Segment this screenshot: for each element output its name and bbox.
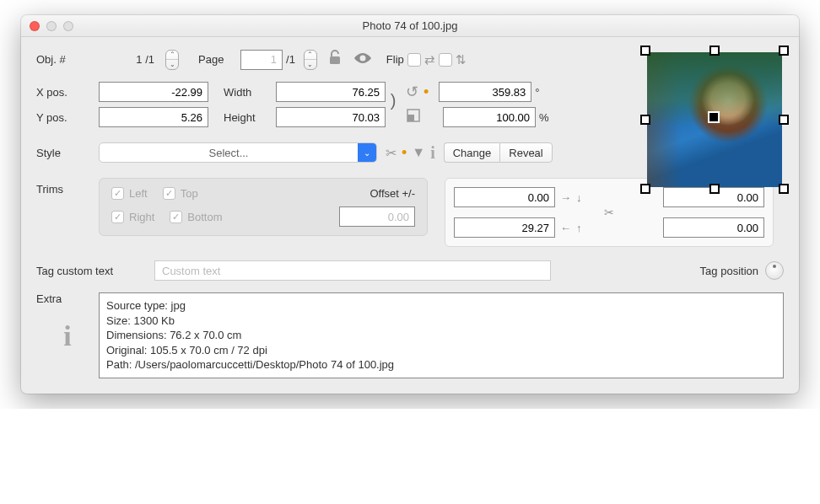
unlock-icon[interactable]: [327, 49, 343, 70]
page-input[interactable]: [240, 50, 283, 70]
arrow-up-icon: ↑: [576, 222, 582, 234]
width-input[interactable]: [276, 82, 386, 102]
handle-bl[interactable]: [640, 184, 650, 194]
crop-scissors-icon: ✂: [454, 209, 764, 216]
page-sep: /1: [283, 53, 299, 66]
handle-center[interactable]: [708, 111, 720, 123]
rotation-unit: °: [535, 86, 539, 99]
change-button[interactable]: Change: [444, 142, 500, 163]
chevron-down-icon: ⌄: [358, 143, 376, 162]
crop-bl-input[interactable]: [454, 217, 555, 238]
handle-bm[interactable]: [709, 184, 720, 194]
trim-right-checkbox[interactable]: ✓: [111, 211, 124, 223]
handle-br[interactable]: [779, 184, 789, 194]
flip-v-checkbox[interactable]: [439, 53, 452, 67]
link-brace: ): [386, 91, 401, 110]
extra-line1: Source type: jpg: [106, 298, 776, 314]
scissors-icon[interactable]: ✂: [386, 145, 397, 161]
ypos-input[interactable]: [99, 107, 208, 127]
extra-line5: Path: /Users/paolomarcuccetti/Desktop/Ph…: [106, 357, 776, 373]
trim-top-checkbox[interactable]: ✓: [163, 187, 175, 200]
extra-label: Extra: [36, 292, 99, 305]
image-preview[interactable]: [639, 44, 790, 196]
arrow-down-icon: ↓: [576, 191, 582, 204]
tag-custom-label: Tag custom text: [36, 265, 154, 277]
xpos-input[interactable]: [99, 82, 208, 102]
triangle-down-icon[interactable]: ▼: [412, 145, 425, 160]
trim-right-label: Right: [129, 211, 154, 223]
scale-input[interactable]: [443, 107, 536, 127]
flip-h-icon: ⇄: [424, 52, 435, 67]
tag-position-dial[interactable]: [765, 261, 784, 280]
handle-tr[interactable]: [779, 46, 789, 56]
style-placeholder: Select...: [100, 147, 358, 159]
trim-bottom-label: Bottom: [187, 211, 222, 223]
handle-tm[interactable]: [709, 46, 720, 56]
extra-line2: Size: 1300 Kb: [106, 314, 776, 329]
info-icon[interactable]: i: [430, 143, 435, 163]
svg-rect-0: [330, 56, 340, 64]
extra-line4: Original: 105.5 x 70.0 cm / 72 dpi: [106, 343, 776, 358]
window-title: Photo 74 of 100.jpg: [21, 19, 799, 32]
trims-panel: ✓Left ✓Top Offset +/- ✓Right ✓Bottom: [99, 178, 428, 236]
scale-unit: %: [539, 111, 549, 124]
arrow-right-icon: →: [560, 191, 571, 204]
svg-rect-2: [407, 115, 414, 121]
flip-v-icon: ⇅: [456, 52, 467, 67]
flip-h-checkbox[interactable]: [407, 53, 421, 67]
xpos-label: X pos.: [36, 86, 99, 99]
page-label: Page: [198, 53, 240, 66]
obj-current: 1 /1: [99, 53, 158, 66]
height-label: Height: [224, 111, 276, 124]
obj-label: Obj. #: [36, 53, 99, 66]
handle-mr[interactable]: [779, 115, 789, 125]
page-stepper[interactable]: ⌃⌄: [304, 50, 317, 70]
crop-tl-input[interactable]: [454, 187, 555, 207]
style-label: Style: [36, 147, 99, 159]
eye-icon[interactable]: [353, 50, 373, 69]
flip-label: Flip: [386, 53, 404, 66]
trim-top-label: Top: [181, 187, 198, 200]
tag-position-label: Tag position: [700, 265, 758, 277]
ypos-label: Y pos.: [36, 111, 99, 124]
trims-label: Trims: [36, 178, 99, 196]
handle-ml[interactable]: [640, 115, 650, 125]
trim-bottom-checkbox[interactable]: ✓: [170, 211, 182, 223]
height-input[interactable]: [276, 107, 386, 127]
reveal-button[interactable]: Reveal: [499, 142, 552, 163]
extra-line3: Dimensions: 76.2 x 70.0 cm: [106, 328, 776, 343]
rotation-input[interactable]: [439, 82, 531, 102]
width-label: Width: [224, 86, 276, 99]
titlebar[interactable]: Photo 74 of 100.jpg: [21, 15, 799, 37]
rotate-icon[interactable]: ↺: [406, 83, 418, 101]
style-select[interactable]: Select... ⌄: [99, 142, 377, 163]
obj-stepper[interactable]: ⌃⌄: [165, 50, 179, 70]
inspector-window: Photo 74 of 100.jpg Obj. # 1 /1 ⌃⌄ Page …: [21, 15, 799, 394]
info-i-icon: i: [36, 320, 99, 352]
scale-icon[interactable]: [406, 108, 421, 126]
tag-custom-input[interactable]: [154, 260, 551, 281]
extra-info-box: Source type: jpg Size: 1300 Kb Dimension…: [99, 292, 784, 378]
trim-left-checkbox[interactable]: ✓: [111, 187, 124, 200]
arrow-left-icon: ←: [560, 222, 571, 234]
trim-left-label: Left: [129, 187, 148, 200]
offset-label: Offset +/-: [370, 187, 415, 200]
crop-br-input[interactable]: [663, 217, 764, 238]
offset-input[interactable]: [339, 206, 415, 227]
handle-tl[interactable]: [640, 46, 650, 56]
